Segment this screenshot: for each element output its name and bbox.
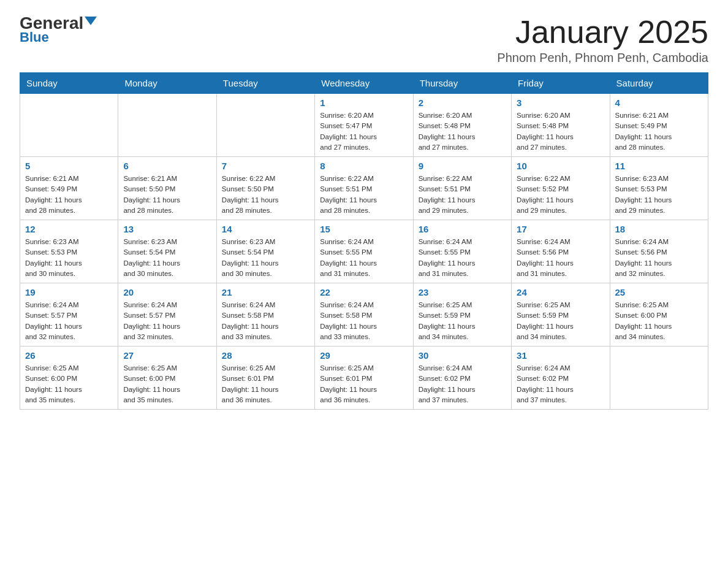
calendar-cell: 14Sunrise: 6:23 AM Sunset: 5:54 PM Dayli… <box>216 220 314 283</box>
day-number: 30 <box>419 350 506 361</box>
calendar-cell: 31Sunrise: 6:24 AM Sunset: 6:02 PM Dayli… <box>512 347 610 410</box>
calendar-cell: 4Sunrise: 6:21 AM Sunset: 5:49 PM Daylig… <box>610 94 708 157</box>
calendar-cell: 9Sunrise: 6:22 AM Sunset: 5:51 PM Daylig… <box>413 157 511 220</box>
day-number: 29 <box>320 350 408 361</box>
calendar-day-header: Sunday <box>20 73 118 94</box>
calendar-day-header: Monday <box>118 73 216 94</box>
calendar-cell: 8Sunrise: 6:22 AM Sunset: 5:51 PM Daylig… <box>315 157 413 220</box>
calendar-cell: 25Sunrise: 6:25 AM Sunset: 6:00 PM Dayli… <box>610 283 708 347</box>
calendar-week-row: 1Sunrise: 6:20 AM Sunset: 5:47 PM Daylig… <box>20 94 708 157</box>
logo: General Blue <box>20 15 97 45</box>
calendar-cell: 5Sunrise: 6:21 AM Sunset: 5:49 PM Daylig… <box>20 157 118 220</box>
day-number: 28 <box>222 350 309 361</box>
day-info: Sunrise: 6:25 AM Sunset: 5:59 PM Dayligh… <box>419 300 506 342</box>
day-info: Sunrise: 6:23 AM Sunset: 5:53 PM Dayligh… <box>25 237 113 279</box>
day-info: Sunrise: 6:24 AM Sunset: 5:55 PM Dayligh… <box>419 237 506 279</box>
calendar-cell: 15Sunrise: 6:24 AM Sunset: 5:55 PM Dayli… <box>315 220 413 283</box>
calendar-body: 1Sunrise: 6:20 AM Sunset: 5:47 PM Daylig… <box>20 94 708 410</box>
calendar-cell: 23Sunrise: 6:25 AM Sunset: 5:59 PM Dayli… <box>413 283 511 347</box>
day-number: 27 <box>123 350 211 361</box>
calendar-week-row: 19Sunrise: 6:24 AM Sunset: 5:57 PM Dayli… <box>20 283 708 347</box>
day-info: Sunrise: 6:25 AM Sunset: 6:01 PM Dayligh… <box>320 363 408 405</box>
day-number: 8 <box>320 161 408 171</box>
calendar-cell: 26Sunrise: 6:25 AM Sunset: 6:00 PM Dayli… <box>20 347 118 410</box>
calendar-cell: 18Sunrise: 6:24 AM Sunset: 5:56 PM Dayli… <box>610 220 708 283</box>
page-header: General Blue January 2025 Phnom Penh, Ph… <box>20 15 708 65</box>
day-info: Sunrise: 6:22 AM Sunset: 5:52 PM Dayligh… <box>517 174 604 216</box>
day-number: 4 <box>615 98 703 108</box>
calendar-cell <box>216 94 314 157</box>
day-number: 3 <box>517 98 604 108</box>
day-number: 14 <box>222 224 309 234</box>
calendar-day-header: Thursday <box>413 73 511 94</box>
day-info: Sunrise: 6:24 AM Sunset: 5:58 PM Dayligh… <box>320 300 408 342</box>
day-info: Sunrise: 6:24 AM Sunset: 6:02 PM Dayligh… <box>419 363 506 405</box>
day-info: Sunrise: 6:22 AM Sunset: 5:51 PM Dayligh… <box>419 174 506 216</box>
day-info: Sunrise: 6:24 AM Sunset: 5:55 PM Dayligh… <box>320 237 408 279</box>
calendar-cell: 1Sunrise: 6:20 AM Sunset: 5:47 PM Daylig… <box>315 94 413 157</box>
calendar-header-row: SundayMondayTuesdayWednesdayThursdayFrid… <box>20 73 708 94</box>
day-number: 20 <box>123 287 211 297</box>
day-number: 2 <box>419 98 506 108</box>
calendar-cell <box>118 94 216 157</box>
calendar-cell: 24Sunrise: 6:25 AM Sunset: 5:59 PM Dayli… <box>512 283 610 347</box>
day-info: Sunrise: 6:24 AM Sunset: 5:56 PM Dayligh… <box>615 237 703 279</box>
day-number: 12 <box>25 224 113 234</box>
logo-triangle-icon <box>85 17 97 25</box>
calendar-week-row: 26Sunrise: 6:25 AM Sunset: 6:00 PM Dayli… <box>20 347 708 410</box>
day-info: Sunrise: 6:25 AM Sunset: 6:00 PM Dayligh… <box>615 300 703 342</box>
calendar-header: SundayMondayTuesdayWednesdayThursdayFrid… <box>20 73 708 94</box>
day-info: Sunrise: 6:24 AM Sunset: 5:57 PM Dayligh… <box>25 300 113 342</box>
day-number: 7 <box>222 161 309 171</box>
calendar-week-row: 5Sunrise: 6:21 AM Sunset: 5:49 PM Daylig… <box>20 157 708 220</box>
calendar-cell: 13Sunrise: 6:23 AM Sunset: 5:54 PM Dayli… <box>118 220 216 283</box>
logo-blue-text: Blue <box>20 29 49 45</box>
calendar-cell <box>610 347 708 410</box>
day-info: Sunrise: 6:25 AM Sunset: 5:59 PM Dayligh… <box>517 300 604 342</box>
day-number: 5 <box>25 161 113 171</box>
calendar-cell: 11Sunrise: 6:23 AM Sunset: 5:53 PM Dayli… <box>610 157 708 220</box>
calendar-cell: 17Sunrise: 6:24 AM Sunset: 5:56 PM Dayli… <box>512 220 610 283</box>
day-number: 11 <box>615 161 703 171</box>
day-info: Sunrise: 6:24 AM Sunset: 5:57 PM Dayligh… <box>123 300 211 342</box>
day-number: 26 <box>25 350 113 361</box>
day-info: Sunrise: 6:23 AM Sunset: 5:54 PM Dayligh… <box>123 237 211 279</box>
calendar-day-header: Tuesday <box>216 73 314 94</box>
calendar-cell: 27Sunrise: 6:25 AM Sunset: 6:00 PM Dayli… <box>118 347 216 410</box>
calendar-cell: 10Sunrise: 6:22 AM Sunset: 5:52 PM Dayli… <box>512 157 610 220</box>
calendar-cell: 12Sunrise: 6:23 AM Sunset: 5:53 PM Dayli… <box>20 220 118 283</box>
calendar-table: SundayMondayTuesdayWednesdayThursdayFrid… <box>20 72 708 410</box>
day-number: 23 <box>419 287 506 297</box>
day-number: 21 <box>222 287 309 297</box>
day-info: Sunrise: 6:24 AM Sunset: 5:56 PM Dayligh… <box>517 237 604 279</box>
calendar-cell <box>20 94 118 157</box>
day-number: 9 <box>419 161 506 171</box>
calendar-cell: 30Sunrise: 6:24 AM Sunset: 6:02 PM Dayli… <box>413 347 511 410</box>
day-info: Sunrise: 6:25 AM Sunset: 6:01 PM Dayligh… <box>222 363 309 405</box>
day-info: Sunrise: 6:20 AM Sunset: 5:48 PM Dayligh… <box>419 110 506 153</box>
day-number: 16 <box>419 224 506 234</box>
day-number: 6 <box>123 161 211 171</box>
calendar-cell: 16Sunrise: 6:24 AM Sunset: 5:55 PM Dayli… <box>413 220 511 283</box>
day-info: Sunrise: 6:23 AM Sunset: 5:54 PM Dayligh… <box>222 237 309 279</box>
day-number: 31 <box>517 350 604 361</box>
calendar-cell: 20Sunrise: 6:24 AM Sunset: 5:57 PM Dayli… <box>118 283 216 347</box>
calendar-cell: 19Sunrise: 6:24 AM Sunset: 5:57 PM Dayli… <box>20 283 118 347</box>
day-info: Sunrise: 6:20 AM Sunset: 5:48 PM Dayligh… <box>517 110 604 153</box>
calendar-cell: 21Sunrise: 6:24 AM Sunset: 5:58 PM Dayli… <box>216 283 314 347</box>
day-info: Sunrise: 6:21 AM Sunset: 5:50 PM Dayligh… <box>123 174 211 216</box>
calendar-cell: 22Sunrise: 6:24 AM Sunset: 5:58 PM Dayli… <box>315 283 413 347</box>
calendar-cell: 28Sunrise: 6:25 AM Sunset: 6:01 PM Dayli… <box>216 347 314 410</box>
calendar-cell: 29Sunrise: 6:25 AM Sunset: 6:01 PM Dayli… <box>315 347 413 410</box>
day-info: Sunrise: 6:20 AM Sunset: 5:47 PM Dayligh… <box>320 110 408 153</box>
calendar-cell: 3Sunrise: 6:20 AM Sunset: 5:48 PM Daylig… <box>512 94 610 157</box>
day-info: Sunrise: 6:21 AM Sunset: 5:49 PM Dayligh… <box>615 110 703 153</box>
calendar-cell: 2Sunrise: 6:20 AM Sunset: 5:48 PM Daylig… <box>413 94 511 157</box>
calendar-week-row: 12Sunrise: 6:23 AM Sunset: 5:53 PM Dayli… <box>20 220 708 283</box>
title-area: January 2025 Phnom Penh, Phnom Penh, Cam… <box>497 15 708 65</box>
day-number: 18 <box>615 224 703 234</box>
day-number: 19 <box>25 287 113 297</box>
calendar-day-header: Saturday <box>610 73 708 94</box>
day-info: Sunrise: 6:25 AM Sunset: 6:00 PM Dayligh… <box>123 363 211 405</box>
day-number: 24 <box>517 287 604 297</box>
